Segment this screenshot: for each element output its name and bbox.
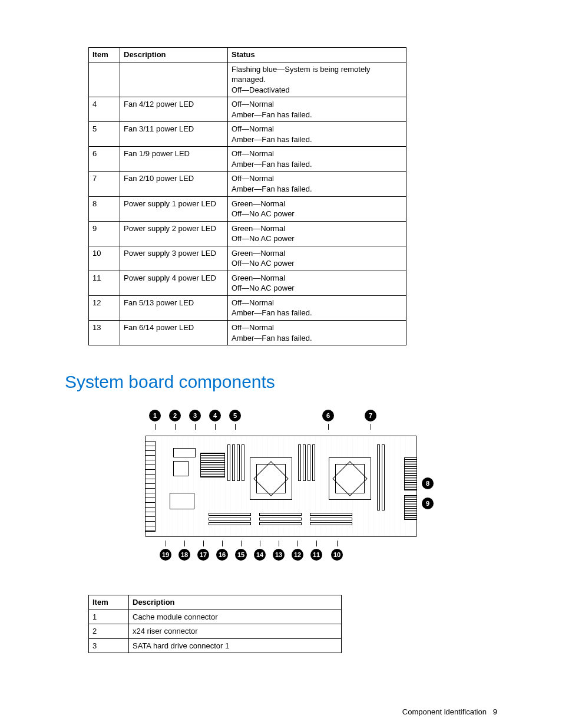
cpu-socket-2 <box>329 457 371 500</box>
section-heading: System board components <box>65 372 474 392</box>
callout-16: 16 <box>216 549 228 561</box>
chip <box>170 493 194 509</box>
table-row: 2x24 riser connector <box>89 624 342 639</box>
cell-status: Off—NormalAmber—Fan has failed. <box>228 172 406 196</box>
callout-2: 2 <box>169 410 181 421</box>
cell-item: 2 <box>89 624 129 639</box>
table-row: 9Power supply 2 power LEDGreen—NormalOff… <box>89 221 406 246</box>
callout-14: 14 <box>254 549 266 561</box>
cell-description: Power supply 4 power LED <box>120 271 228 295</box>
chip <box>173 461 189 476</box>
connector <box>310 522 352 525</box>
callout-12: 12 <box>292 549 303 561</box>
dimm-slot <box>237 444 240 481</box>
connector <box>377 444 380 510</box>
callout-15: 15 <box>235 549 247 561</box>
callout-8: 8 <box>422 477 434 489</box>
table-row: 13Fan 6/14 power LEDOff—NormalAmber—Fan … <box>89 321 406 345</box>
cpu-socket-1 <box>250 457 292 500</box>
table-row: 5Fan 3/11 power LEDOff—NormalAmber—Fan h… <box>89 122 406 147</box>
dimm-slot <box>232 444 235 481</box>
callout-13: 13 <box>273 549 285 561</box>
callout-11: 11 <box>310 549 322 561</box>
dimm-slot <box>308 444 310 481</box>
connector <box>310 518 352 521</box>
table-row: 12Fan 5/13 power LEDOff—NormalAmber—Fan … <box>89 295 406 320</box>
cell-status: Green—NormalOff—No AC power <box>228 246 406 271</box>
connector <box>209 522 251 525</box>
edge-connector <box>404 457 417 490</box>
table-row: 11Power supply 4 power LEDGreen—NormalOf… <box>89 271 406 295</box>
table-row: 4Fan 4/12 power LEDOff—NormalAmber—Fan h… <box>89 97 406 122</box>
connector <box>173 448 196 457</box>
callout-1: 1 <box>149 410 161 421</box>
cell-item: 13 <box>89 321 120 345</box>
heatsink-area <box>200 453 225 477</box>
cell-status: Off—NormalAmber—Fan has failed. <box>228 147 406 172</box>
dimm-slot <box>312 444 315 481</box>
callout-17: 17 <box>197 549 209 561</box>
callout-7: 7 <box>365 410 376 421</box>
connector <box>259 518 302 521</box>
cell-item: 4 <box>89 97 120 122</box>
dimm-slot <box>227 444 230 481</box>
col-description: Description <box>129 595 342 610</box>
board-outline: 89 <box>146 436 416 537</box>
cell-status: Green—NormalOff—No AC power <box>228 196 406 221</box>
cell-description: Fan 5/13 power LED <box>120 295 228 320</box>
cell-status: Off—NormalAmber—Fan has failed. <box>228 321 406 345</box>
connector <box>259 513 302 516</box>
table-row: 8Power supply 1 power LEDGreen—NormalOff… <box>89 196 406 221</box>
connector <box>310 513 352 516</box>
cell-item: 5 <box>89 122 120 147</box>
connector <box>209 513 251 516</box>
dimm-slot <box>303 444 306 481</box>
connector <box>382 444 385 510</box>
cell-description: Power supply 3 power LED <box>120 246 228 271</box>
table-row: 10Power supply 3 power LEDGreen—NormalOf… <box>89 246 406 271</box>
col-item: Item <box>89 595 129 610</box>
dimm-slot <box>298 444 301 481</box>
cell-description: Fan 2/10 power LED <box>120 172 228 196</box>
cell-status: Off—NormalAmber—Fan has failed. <box>228 295 406 320</box>
cell-item: 8 <box>89 196 120 221</box>
cell-description: x24 riser connector <box>129 624 342 639</box>
cell-description: Fan 1/9 power LED <box>120 147 228 172</box>
col-status: Status <box>228 48 406 62</box>
cell-item <box>89 62 120 97</box>
page-footer: Component identification 9 <box>402 707 497 716</box>
table-row: Flashing blue—System is being remotely m… <box>89 62 406 97</box>
table-row: 3SATA hard drive connector 1 <box>89 638 342 653</box>
col-description: Description <box>120 48 228 62</box>
cell-description: Power supply 2 power LED <box>120 221 228 246</box>
cell-item: 6 <box>89 147 120 172</box>
cell-description: Fan 4/12 power LED <box>120 97 228 122</box>
footer-label: Component identification <box>402 707 487 716</box>
cell-status: Green—NormalOff—No AC power <box>228 271 406 295</box>
table-row: 6Fan 1/9 power LEDOff—NormalAmber—Fan ha… <box>89 147 406 172</box>
rear-io-ports <box>145 441 156 532</box>
cell-status: Off—NormalAmber—Fan has failed. <box>228 97 406 122</box>
cell-item: 7 <box>89 172 120 196</box>
cell-description <box>120 62 228 97</box>
cell-item: 12 <box>89 295 120 320</box>
table-row: 1Cache module connector <box>89 610 342 624</box>
col-item: Item <box>89 48 120 62</box>
led-status-table: Item Description Status Flashing blue—Sy… <box>88 47 406 345</box>
connector <box>259 522 302 525</box>
table-row: 7Fan 2/10 power LEDOff—NormalAmber—Fan h… <box>89 172 406 196</box>
cell-description: Fan 3/11 power LED <box>120 122 228 147</box>
cell-description: Fan 6/14 power LED <box>120 321 228 345</box>
cell-description: SATA hard drive connector 1 <box>129 638 342 653</box>
callout-5: 5 <box>229 410 241 421</box>
callout-6: 6 <box>322 410 334 421</box>
footer-page: 9 <box>493 707 497 716</box>
callout-18: 18 <box>178 549 190 561</box>
callout-4: 4 <box>209 410 221 421</box>
callout-10: 10 <box>331 549 343 561</box>
callout-9: 9 <box>422 498 434 509</box>
cell-item: 11 <box>89 271 120 295</box>
edge-connector <box>404 495 417 520</box>
connector <box>209 518 251 521</box>
cell-item: 1 <box>89 610 129 624</box>
